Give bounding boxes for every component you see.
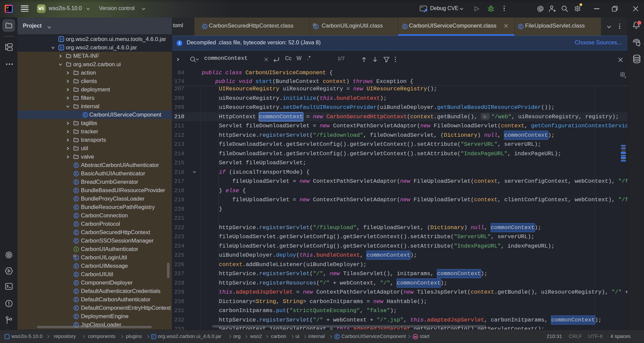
svg-text:C: C <box>75 289 78 293</box>
svg-text:C: C <box>75 180 78 184</box>
svg-text:C: C <box>336 335 338 339</box>
svg-text:C: C <box>75 314 78 318</box>
svg-text:C: C <box>75 230 78 234</box>
svg-text:C: C <box>75 306 78 310</box>
svg-text:C: C <box>75 163 78 167</box>
svg-text:C: C <box>75 264 78 268</box>
svg-text:C: C <box>75 272 78 276</box>
svg-text:C: C <box>203 25 206 29</box>
svg-text:C: C <box>75 239 78 243</box>
svg-text:C: C <box>75 222 78 226</box>
svg-text:C: C <box>84 113 87 117</box>
svg-text:C: C <box>75 197 78 201</box>
svg-text:C: C <box>75 188 78 192</box>
svg-text:C: C <box>404 25 406 29</box>
svg-text:C: C <box>75 281 78 285</box>
svg-text:C: C <box>75 298 78 302</box>
svg-text:C: C <box>75 205 78 209</box>
svg-text:C: C <box>519 25 522 29</box>
svg-text:C: C <box>75 172 78 176</box>
svg-text:C: C <box>75 214 78 218</box>
svg-text:I: I <box>76 247 77 251</box>
svg-text:m: m <box>414 335 417 339</box>
